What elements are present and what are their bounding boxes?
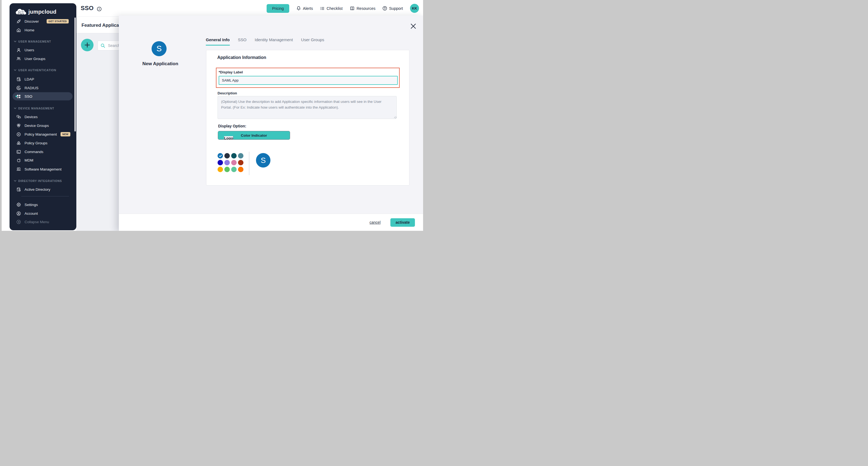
sidebar-item-ldap[interactable]: LDAP — [9, 75, 76, 83]
section-user-authentication[interactable]: USER AUTHENTICATION — [9, 67, 76, 74]
user-avatar[interactable]: KK — [410, 4, 419, 13]
chevron-down-icon — [14, 180, 17, 182]
support-label: Support — [389, 6, 403, 11]
user-group-icon — [17, 56, 21, 61]
tab-general-info[interactable]: General Info — [206, 37, 230, 46]
sidebar-item-account[interactable]: Account — [9, 209, 76, 217]
close-icon[interactable] — [410, 23, 416, 29]
sidebar-item-label: User Groups — [25, 57, 45, 61]
sidebar-item-device-groups[interactable]: Device Groups — [9, 121, 76, 129]
color-swatch[interactable] — [238, 160, 243, 165]
color-swatch[interactable] — [224, 153, 230, 158]
sidebar-item-label: Commands — [25, 150, 43, 154]
color-swatch[interactable] — [231, 160, 237, 165]
sidebar-item-radius[interactable]: RADIUS — [9, 84, 76, 92]
activate-button[interactable]: activate — [391, 218, 415, 227]
tab-sso[interactable]: SSO — [238, 37, 247, 46]
devices-icon — [17, 115, 21, 119]
sidebar-item-settings[interactable]: Settings — [9, 201, 76, 209]
logo-text: jumpcloud — [28, 9, 56, 15]
question-icon — [382, 6, 387, 11]
sidebar-item-devices[interactable]: Devices — [9, 113, 76, 121]
color-swatch[interactable] — [238, 153, 243, 158]
section-label: DEVICE MANAGEMENT — [18, 107, 54, 110]
user-icon — [17, 48, 21, 52]
display-label-label: *Display Label — [219, 70, 243, 74]
policy-groups-icon — [17, 141, 21, 145]
description-textarea[interactable] — [218, 96, 397, 119]
sidebar-item-label: Devices — [25, 115, 38, 119]
sidebar-item-label: Discover — [25, 19, 39, 24]
search-icon — [101, 43, 105, 48]
bell-icon — [296, 6, 301, 11]
sidebar-item-label: Home — [25, 28, 34, 32]
database-icon — [17, 77, 21, 82]
tab-identity-management[interactable]: Identity Management — [255, 37, 293, 46]
support-button[interactable]: Support — [382, 6, 403, 11]
sidebar-item-mdm[interactable]: MDM — [9, 156, 76, 164]
color-swatch[interactable] — [231, 167, 237, 172]
policy-icon — [17, 132, 21, 137]
gear-icon — [17, 202, 21, 207]
sidebar-item-label: SSO — [25, 94, 32, 98]
card-title: Application Information — [217, 55, 266, 60]
terminal-icon — [17, 149, 21, 154]
section-directory-integrations[interactable]: DIRECTORY INTEGRATIONS — [9, 178, 76, 184]
radar-icon — [17, 86, 21, 90]
sidebar-item-discover[interactable]: Discover GET STARTED — [9, 17, 76, 25]
sidebar-item-policy-management[interactable]: Policy Management NEW — [9, 130, 76, 138]
sidebar-item-label: Device Groups — [25, 124, 49, 128]
sidebar-item-sso[interactable]: SSO — [9, 92, 76, 100]
new-application-modal: S New Application General Info SSO Ident… — [119, 16, 423, 231]
section-label: USER AUTHENTICATION — [18, 68, 56, 72]
chevron-down-icon — [14, 41, 17, 42]
sidebar-item-label: Policy Management — [25, 132, 57, 137]
cancel-button[interactable]: cancel — [368, 220, 382, 225]
section-user-management[interactable]: USER MANAGEMENT — [9, 38, 76, 45]
pricing-button[interactable]: Pricing — [267, 4, 289, 13]
check-icon — [219, 155, 222, 157]
screenshot-canvas: SSO Pricing Alerts Checklist Resources S… — [0, 0, 434, 233]
chevron-down-icon — [14, 69, 17, 71]
section-device-management[interactable]: DEVICE MANAGEMENT — [9, 105, 76, 112]
color-swatch[interactable] — [218, 167, 223, 172]
sidebar-item-label: Policy Groups — [25, 141, 48, 145]
display-label-highlight: *Display Label — [216, 68, 400, 88]
resources-button[interactable]: Resources — [350, 6, 375, 11]
venn-icon — [17, 123, 21, 128]
apple-icon — [17, 158, 21, 163]
checklist-button[interactable]: Checklist — [320, 6, 343, 11]
sidebar-item-active-directory[interactable]: Active Directory — [9, 185, 76, 194]
checklist-icon — [320, 6, 325, 11]
header-actions: Pricing Alerts Checklist Resources Suppo… — [267, 0, 419, 17]
sidebar-item-user-groups[interactable]: User Groups — [9, 55, 76, 63]
alerts-button[interactable]: Alerts — [296, 6, 313, 11]
active-directory-icon — [17, 187, 21, 192]
sidebar-item-collapse-menu[interactable]: Collapse Menu — [9, 218, 76, 226]
sidebar-item-home[interactable]: Home — [9, 26, 76, 34]
color-swatch-selected[interactable] — [218, 153, 223, 158]
application-name: New Application — [133, 61, 188, 66]
top-header: SSO Pricing Alerts Checklist Resources S… — [76, 0, 423, 17]
application-information-card: Application Information *Display Label D… — [206, 50, 409, 185]
logo-option[interactable]: Logo — [224, 136, 234, 140]
display-label-input[interactable] — [219, 76, 398, 85]
sidebar-divider — [21, 196, 69, 197]
color-palette — [218, 153, 243, 172]
sidebar-item-policy-groups[interactable]: Policy Groups — [9, 139, 76, 147]
sidebar-item-label: RADIUS — [25, 86, 38, 90]
add-application-button[interactable] — [81, 39, 94, 51]
color-swatch[interactable] — [224, 167, 230, 172]
palette-divider — [249, 152, 249, 175]
sidebar-item-label: Account — [25, 211, 38, 215]
tab-user-groups[interactable]: User Groups — [301, 37, 324, 46]
color-swatch[interactable] — [224, 160, 230, 165]
sidebar-item-users[interactable]: Users — [9, 46, 76, 54]
color-swatch[interactable] — [218, 160, 223, 165]
color-swatch[interactable] — [238, 167, 243, 172]
sidebar-item-software-management[interactable]: Software Management — [9, 165, 76, 173]
sidebar-item-label: Collapse Menu — [25, 220, 49, 224]
info-icon[interactable] — [97, 6, 102, 11]
sidebar-item-commands[interactable]: Commands — [9, 148, 76, 156]
color-swatch[interactable] — [231, 153, 237, 158]
